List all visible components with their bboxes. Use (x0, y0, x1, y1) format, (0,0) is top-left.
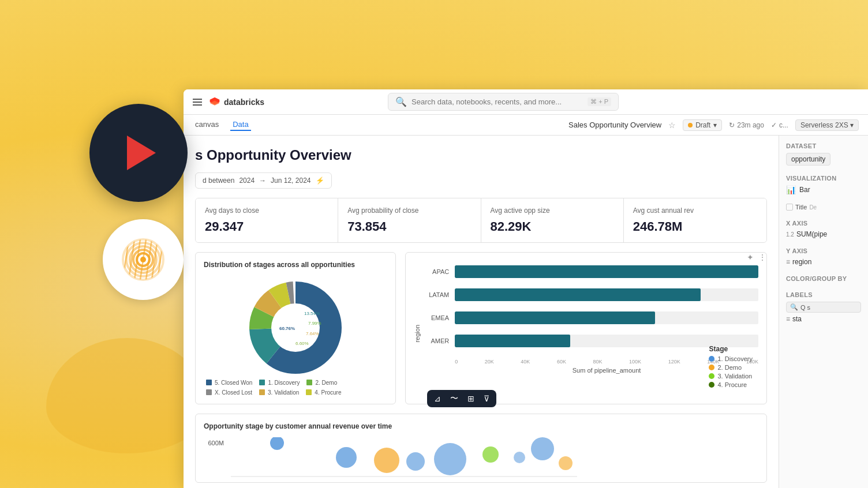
main-content: s Opportunity Overview d between 2024 → … (184, 136, 868, 488)
labels-search-text: Q s (800, 304, 810, 311)
orange-circle-icon (103, 219, 184, 300)
stage-legend: Stage 1. Discovery 2. Demo 3. Validation… (709, 345, 753, 390)
title-row: Title De (786, 204, 861, 211)
search-input[interactable] (411, 97, 583, 106)
time-ago: 23m ago (737, 121, 764, 129)
sparkle-icon[interactable]: ✦ (747, 253, 754, 262)
y-axis-container: region (414, 272, 421, 396)
x-axis-ticks: 0 20K 40K 60K 80K 100K 120K 140K 160K (423, 359, 758, 365)
date-filter[interactable]: d between 2024 → Jun 12, 2024 ⚡ (195, 172, 332, 189)
kpi-value-0: 29.347 (205, 219, 328, 234)
bar-track-emea (455, 311, 758, 324)
bottom-chart-content: 600M (204, 437, 758, 478)
date-start: 2024 (239, 177, 255, 185)
labels-search-bar[interactable]: 🔍 Q s (786, 302, 861, 313)
stage-legend-item-3: 4. Procure (709, 381, 753, 388)
hamburger-menu[interactable] (193, 99, 202, 106)
legend-label-4: 3. Validation (268, 389, 299, 396)
stage-legend-title: Stage (709, 345, 753, 353)
bar-track-apac (455, 265, 758, 278)
draft-badge[interactable]: Draft ▾ (683, 119, 722, 131)
donut-chart-title: Distribution of stages across all opport… (204, 261, 387, 269)
serverless-badge[interactable]: Serverless 2XS ▾ (795, 119, 859, 131)
x-axis-text: SUM(pipe (796, 230, 827, 238)
tick-60k: 60K (557, 359, 566, 365)
title-checkbox[interactable] (786, 204, 793, 211)
kpi-label-0: Avg days to close (205, 207, 328, 216)
svg-point-29 (336, 447, 357, 468)
bar-row-apac: APAC (423, 265, 758, 278)
svg-text:13.54%: 13.54% (304, 311, 320, 316)
dataset-section: Dataset opportunity (786, 142, 861, 166)
tick-100k: 100K (629, 359, 641, 365)
play-button[interactable] (89, 104, 188, 202)
bar-track-latam (455, 288, 758, 301)
bar-row-latam: LATAM (423, 288, 758, 301)
bar-fill-emea (455, 311, 655, 324)
dataset-value: opportunity (786, 153, 830, 166)
funnel-btn[interactable]: ⊽ (484, 394, 489, 403)
stage-legend-item-1: 2. Demo (709, 364, 753, 371)
tab-data[interactable]: Data (230, 119, 250, 131)
bar-label-amer: AMER (423, 337, 449, 344)
legend-item-5: 4. Procure (306, 389, 341, 396)
date-refresh-icon[interactable]: ⚡ (316, 177, 324, 185)
legend-label-3: X. Closed Lost (215, 389, 252, 396)
grid-btn[interactable]: ⊞ (467, 394, 474, 403)
kpi-label-2: Avg active opp size (491, 207, 614, 216)
y-axis-value: ≡ region (786, 258, 861, 266)
stage-dot-1 (709, 365, 714, 370)
legend-item-4: 3. Validation (259, 389, 299, 396)
svg-point-33 (482, 446, 499, 463)
filter-row: d between 2024 → Jun 12, 2024 ⚡ (195, 172, 767, 189)
stage-legend-item-2: 3. Validation (709, 373, 753, 380)
line-btn[interactable]: 〜 (450, 393, 458, 404)
legend-dot-3 (206, 389, 212, 395)
x-axis-title: X axis (786, 220, 861, 227)
draft-label: Draft (695, 121, 710, 129)
bar-label-emea: EMEA (423, 314, 449, 321)
navbar: databricks 🔍 ⌘ + P (184, 89, 868, 115)
kpi-label-3: Avg cust annual rev (633, 207, 757, 216)
filter-btn[interactable]: ⊿ (434, 394, 441, 403)
legend-dot-0 (206, 380, 212, 385)
toolbar: canvas Data Sales Opportunity Overview ☆… (184, 115, 868, 136)
legend-dot-4 (259, 389, 265, 395)
more-icon[interactable]: ⋮ (758, 253, 766, 262)
orange-spiral-icon (120, 237, 166, 283)
labels-section: Labels 🔍 Q s ≡ sta (786, 291, 861, 323)
legend-label-5: 4. Procure (315, 389, 341, 396)
bar-label-latam: LATAM (423, 291, 449, 298)
date-arrow: → (259, 177, 266, 185)
star-icon[interactable]: ☆ (668, 121, 676, 130)
stage-label-2: 3. Validation (717, 373, 752, 380)
search-bar[interactable]: 🔍 ⌘ + P (388, 93, 619, 111)
viz-section: Visualization 📊 Bar (786, 175, 861, 194)
legend-label-1: 1. Discovery (268, 380, 300, 386)
search-icon: 🔍 (395, 96, 407, 107)
legend-item-1: 1. Discovery (259, 380, 300, 386)
bottom-y-label: 600M (204, 437, 224, 446)
legend-dot-5 (306, 389, 312, 395)
labels-icon: ≡ (786, 315, 790, 323)
date-filter-label: d between (203, 177, 234, 185)
donut-chart-svg: 60.76% 13.54% 7.99% 7.64% 6.60% (244, 276, 347, 380)
viz-type-item[interactable]: 📊 Bar (786, 185, 861, 194)
bottom-toolbar: ⊿ 〜 ⊞ ⊽ (427, 390, 496, 407)
size-chevron: ▾ (850, 121, 854, 129)
tab-canvas[interactable]: canvas (193, 119, 221, 131)
y-axis-text: region (792, 258, 811, 266)
date-end: Jun 12, 2024 (271, 177, 310, 185)
toolbar-title: Sales Opportunity Overview (568, 121, 661, 129)
right-panel: Dataset opportunity Visualization 📊 Bar … (779, 136, 868, 488)
dashboard-title: s Opportunity Overview (195, 147, 767, 163)
svg-point-31 (406, 452, 425, 471)
y-axis-label: region (414, 325, 421, 343)
app-window: databricks 🔍 ⌘ + P canvas Data Sales Opp… (184, 89, 868, 488)
legend-dot-2 (306, 380, 312, 385)
y-axis-title: Y axis (786, 247, 861, 254)
draft-dot (688, 123, 693, 127)
donut-legend: 5. Closed Won 1. Discovery 2. Demo (204, 380, 387, 396)
bar-chart-wrapper: region APAC L (414, 261, 758, 396)
y-axis-section: Y axis ≡ region (786, 247, 861, 266)
